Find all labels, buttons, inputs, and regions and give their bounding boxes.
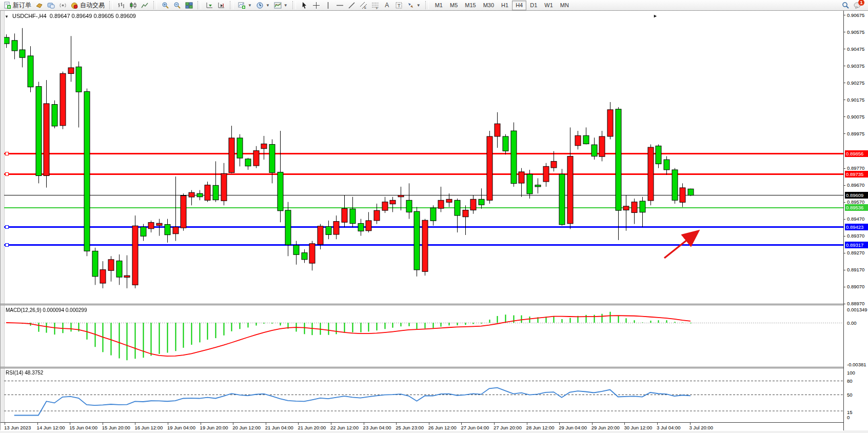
timeframe-d1-button[interactable]: D1 <box>526 1 541 10</box>
indicators-icon <box>238 2 246 9</box>
chart-shift-button[interactable] <box>215 1 227 10</box>
time-tick-label: 21 Jun 20:00 <box>298 425 326 430</box>
price-tick-label: 0.89975 <box>847 131 864 136</box>
macd-axis-max: 0.001349 <box>847 307 867 312</box>
candlestick-chart-button[interactable] <box>127 1 139 10</box>
timeframe-m1-button[interactable]: M1 <box>431 1 446 10</box>
horizontal-line-tool-button[interactable] <box>334 1 346 10</box>
candlestick-chart-canvas[interactable] <box>4 11 843 303</box>
price-tick-label: 0.90375 <box>847 63 864 69</box>
price-tick-label: 0.89470 <box>847 216 864 222</box>
indicators-button[interactable]: ▼ <box>236 1 254 10</box>
price-tick-mark <box>843 185 845 186</box>
timeframe-w1-button[interactable]: W1 <box>541 1 557 10</box>
periods-button[interactable]: ▼ <box>254 1 272 10</box>
auto-scroll-button[interactable] <box>204 1 215 10</box>
macd-signal-value: 0.000299 <box>66 307 87 313</box>
price-tick-mark <box>843 236 845 237</box>
quote-open: 0.89647 <box>50 13 70 19</box>
autotrading-icon <box>71 2 78 9</box>
timeframe-h1-button[interactable]: H1 <box>498 1 512 10</box>
price-tick-mark <box>843 287 845 287</box>
bar-chart-button[interactable] <box>115 1 127 10</box>
price-tick-label: 0.90175 <box>847 97 864 103</box>
macd-axis-zero: 0.00 <box>847 320 857 326</box>
fibonacci-icon: F <box>371 2 379 9</box>
bar-chart-icon <box>117 2 125 9</box>
channel-icon: E <box>360 2 367 9</box>
toolbar-separator <box>109 1 113 9</box>
price-tick-label: 0.90275 <box>847 80 864 86</box>
timeframe-m15-button[interactable]: M15 <box>461 1 479 10</box>
collapse-arrow-icon[interactable]: ▼ <box>5 14 9 19</box>
autotrading-button[interactable]: 自动交易 <box>69 1 107 10</box>
rsi-label: RSI(14) 48.3752 <box>6 370 43 376</box>
macd-axis-min: -0.00381 <box>847 362 866 367</box>
chart-symbol-period: USDCHF-,H4 <box>12 13 47 19</box>
fibonacci-tool-button[interactable]: F <box>369 1 381 10</box>
price-tick-mark <box>843 202 845 203</box>
time-tick-label: 27 Jun 20:00 <box>494 425 522 430</box>
crosshair-tool-button[interactable] <box>310 1 322 10</box>
signal-button[interactable] <box>57 1 69 10</box>
price-level-badge: 0.89609 <box>845 192 868 199</box>
time-tick-label: 26 Jun 12:00 <box>428 425 457 430</box>
timeframe-m30-button[interactable]: M30 <box>480 1 498 10</box>
horizontal-line-icon <box>336 2 344 9</box>
main-toolbar: 新订单 自动交易 <box>0 0 868 11</box>
time-tick-label: 29 Jun 04:00 <box>559 425 587 430</box>
chart-shift-marker-icon[interactable]: ► <box>653 13 658 18</box>
search-button[interactable] <box>840 1 852 10</box>
new-order-icon <box>4 2 11 9</box>
vertical-line-icon <box>324 2 332 9</box>
channel-tool-button[interactable]: E <box>358 1 369 10</box>
time-tick-label: 3 Jul 04:00 <box>657 425 680 430</box>
zoom-out-button[interactable] <box>171 1 183 10</box>
tile-windows-button[interactable] <box>183 1 195 10</box>
price-tick-label: 0.89270 <box>847 250 864 255</box>
terminal-button[interactable] <box>45 1 57 10</box>
price-axis[interactable]: 0.906750.905750.904750.903750.902750.901… <box>843 11 868 430</box>
market-watch-icon <box>35 2 43 9</box>
line-chart-button[interactable] <box>139 1 151 10</box>
candlestick-chart-icon <box>129 2 137 9</box>
text-label-tool-button[interactable]: T <box>393 1 405 10</box>
price-tick-mark <box>843 304 845 304</box>
arrows-tool-button[interactable]: ▼ <box>405 1 423 10</box>
price-level-badge: 0.89423 <box>845 224 868 230</box>
line-chart-icon <box>141 2 149 9</box>
trendline-tool-button[interactable] <box>346 1 358 10</box>
time-tick-label: 27 Jun 04:00 <box>461 425 489 430</box>
notifications-button[interactable]: 1 <box>852 1 863 10</box>
zoom-in-button[interactable] <box>160 1 171 10</box>
templates-button[interactable]: ▼ <box>272 1 290 10</box>
vertical-line-tool-button[interactable] <box>322 1 334 10</box>
price-level-badge: 0.89317 <box>845 242 868 248</box>
toolbar-separator <box>425 1 429 9</box>
timeframe-m5-button[interactable]: M5 <box>446 1 461 10</box>
rsi-axis-50: 50 <box>847 392 853 398</box>
price-tick-mark <box>843 270 845 270</box>
price-level-badge: 0.89856 <box>845 150 868 157</box>
time-axis[interactable]: 13 Jun 202314 Jun 12:0015 Jun 04:0015 Ju… <box>1 422 843 431</box>
svg-text:T: T <box>398 3 401 8</box>
time-tick-label: 30 Jun 12:00 <box>624 425 652 430</box>
svg-text:E: E <box>364 6 366 9</box>
market-watch-button[interactable] <box>33 1 45 10</box>
chart-shift-icon <box>218 2 225 9</box>
price-tick-mark <box>843 168 845 169</box>
timeframe-mn-button[interactable]: MN <box>557 1 573 10</box>
new-order-button[interactable]: 新订单 <box>2 1 33 10</box>
dropdown-arrow-icon: ▼ <box>266 3 270 8</box>
trendline-icon <box>348 2 356 9</box>
quote-close: 0.89609 <box>115 13 136 19</box>
time-tick-label: 19 Jun 20:00 <box>200 425 228 430</box>
text-tool-button[interactable]: A <box>381 1 393 10</box>
price-tick-mark <box>843 15 845 15</box>
macd-main-value: 0.000094 <box>43 307 64 313</box>
cursor-tool-button[interactable] <box>299 1 310 10</box>
price-tick-mark <box>843 116 845 117</box>
time-tick-label: 15 Jun 20:00 <box>102 425 130 430</box>
new-order-label: 新订单 <box>13 1 31 10</box>
timeframe-h4-button[interactable]: H4 <box>512 1 526 10</box>
